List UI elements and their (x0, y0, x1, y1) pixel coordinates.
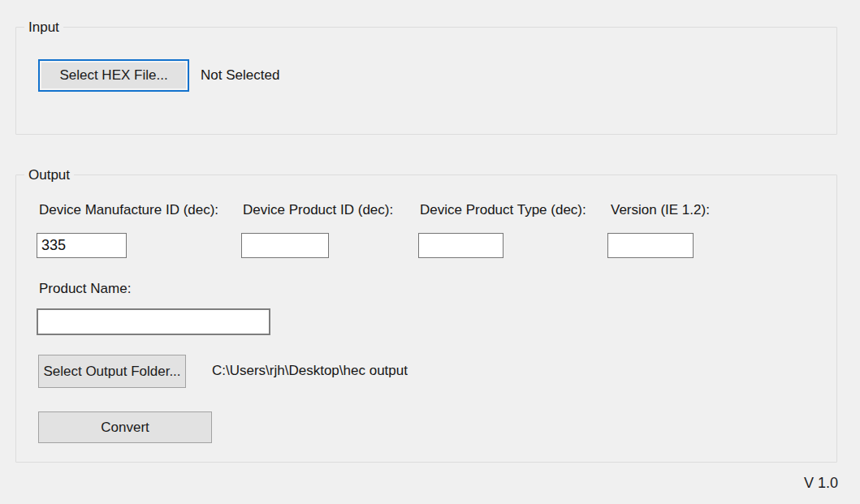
device-product-type-label: Device Product Type (dec): (420, 202, 586, 218)
device-product-id-label: Device Product ID (dec): (243, 202, 393, 218)
version-input[interactable] (607, 233, 694, 258)
output-path-label: C:\Users\rjh\Desktop\hec output (212, 363, 408, 379)
input-groupbox: Input Select HEX File... Not Selected (15, 27, 837, 135)
product-name-input[interactable] (37, 308, 270, 335)
device-product-id-input[interactable] (241, 233, 329, 258)
device-manufacture-id-label: Device Manufacture ID (dec): (39, 202, 218, 218)
output-group-title: Output (24, 167, 74, 183)
hex-file-status-label: Not Selected (201, 67, 279, 84)
hex-converter-window: Input Select HEX File... Not Selected Ou… (0, 0, 860, 504)
version-label-field: Version (IE 1.2): (611, 202, 710, 218)
convert-button[interactable]: Convert (38, 411, 212, 443)
select-output-folder-button[interactable]: Select Output Folder... (38, 355, 186, 388)
device-product-type-input[interactable] (418, 233, 503, 258)
output-groupbox: Output Device Manufacture ID (dec): Devi… (15, 174, 837, 463)
input-group-title: Input (24, 19, 63, 36)
device-manufacture-id-input[interactable] (37, 233, 127, 258)
app-version-label: V 1.0 (804, 475, 838, 492)
product-name-label: Product Name: (39, 281, 131, 297)
select-hex-file-button[interactable]: Select HEX File... (38, 59, 189, 92)
